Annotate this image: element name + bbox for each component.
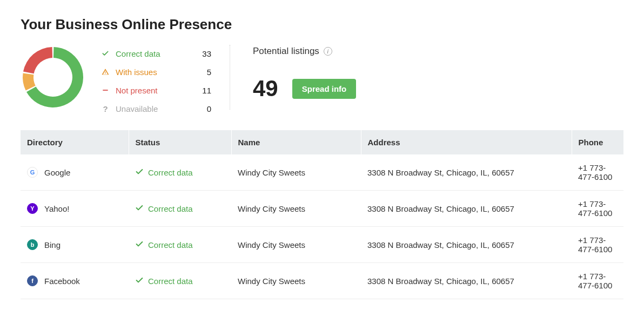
table-row[interactable]: b Bing Correct data Windy City Sweets330… bbox=[21, 227, 623, 263]
warning-icon bbox=[100, 68, 110, 76]
directory-cell: Y Yahoo! bbox=[27, 203, 122, 214]
legend-notpresent-count: 11 bbox=[202, 86, 211, 95]
directory-name: Yahoo! bbox=[44, 204, 69, 213]
status-text: Correct data bbox=[148, 277, 193, 286]
directory-logo-icon: f bbox=[27, 275, 38, 286]
status-cell: Correct data bbox=[135, 276, 225, 286]
listings-table: Directory Status Name Address Phone G Go… bbox=[21, 130, 623, 310]
name-cell: Windy City Sweets bbox=[231, 191, 361, 227]
status-text: Correct data bbox=[148, 168, 193, 177]
phone-cell: +1 773-477-6100 bbox=[572, 263, 623, 299]
address-cell: 3308 N Broadway St, Chicago, IL, 60657 bbox=[361, 154, 572, 191]
table-header-row: Directory Status Name Address Phone bbox=[21, 130, 623, 154]
directory-name: Bing bbox=[44, 240, 61, 250]
status-legend: Correct data 33 With issues 5 Not presen… bbox=[100, 45, 211, 115]
spread-info-button[interactable]: Spread info bbox=[292, 79, 357, 99]
phone-cell: +1 773-477-6100 bbox=[572, 191, 623, 227]
directory-name: Google bbox=[44, 168, 70, 177]
legend-correct-count: 33 bbox=[202, 49, 211, 58]
question-icon: ? bbox=[100, 104, 110, 113]
table-row[interactable]: G Google Correct data Windy City Sweets3… bbox=[21, 154, 623, 191]
status-cell: Correct data bbox=[135, 240, 225, 250]
col-address: Address bbox=[361, 130, 572, 154]
legend-notpresent-label: Not present bbox=[116, 86, 197, 95]
phone-cell: +1 773-477-6100 bbox=[572, 299, 623, 311]
directory-cell: f Facebook bbox=[27, 275, 122, 286]
legend-unavailable-label: Unavailable bbox=[116, 104, 197, 113]
directory-cell: b Bing bbox=[27, 239, 122, 250]
check-icon bbox=[135, 204, 144, 214]
potential-listings-label-text: Potential listings bbox=[253, 46, 319, 57]
legend-issues-label: With issues bbox=[116, 68, 197, 77]
col-phone: Phone bbox=[572, 130, 623, 154]
vertical-divider bbox=[230, 45, 230, 110]
directory-logo-icon: b bbox=[27, 239, 38, 250]
donut-slice bbox=[23, 73, 36, 91]
status-cell: Correct data bbox=[135, 167, 225, 178]
phone-cell: +1 773-477-6100 bbox=[572, 227, 623, 263]
summary-panel: Correct data 33 With issues 5 Not presen… bbox=[21, 45, 623, 115]
status-text: Correct data bbox=[148, 204, 193, 213]
table-row[interactable]: f Facebook Correct data Windy City Sweet… bbox=[21, 263, 623, 299]
address-cell: 3308 N Broadway St, Chicago, IL, 60657 bbox=[361, 227, 572, 263]
directory-name: Facebook bbox=[44, 277, 80, 286]
check-icon bbox=[135, 240, 144, 250]
legend-issues-count: 5 bbox=[202, 68, 211, 77]
col-status: Status bbox=[129, 130, 231, 154]
directory-logo-icon: G bbox=[27, 167, 38, 178]
page-title: Your Business Online Presence bbox=[21, 16, 623, 33]
directory-cell: G Google bbox=[27, 167, 122, 178]
address-cell: 3308 N Broadway St, Chicago, IL, 60657 bbox=[361, 191, 572, 227]
status-text: Correct data bbox=[148, 240, 193, 250]
legend-correct-label: Correct data bbox=[116, 49, 197, 58]
table-row[interactable]: Y Yahoo! Correct data Windy City Sweets3… bbox=[21, 191, 623, 227]
potential-listings-panel: Potential listings i 49 Spread info bbox=[253, 45, 356, 100]
status-donut-chart bbox=[21, 45, 85, 110]
col-name: Name bbox=[231, 130, 361, 154]
potential-listings-value: 49 bbox=[253, 77, 278, 100]
address-cell: 3308 N Broadway St, Chicago, IL, 60657 bbox=[361, 299, 572, 311]
phone-cell: +1 773-477-6100 bbox=[572, 154, 623, 191]
directory-logo-icon: Y bbox=[27, 203, 38, 214]
potential-listings-label: Potential listings i bbox=[253, 46, 356, 57]
check-icon bbox=[135, 276, 144, 286]
name-cell: Windy City Sweets bbox=[231, 299, 361, 311]
check-icon bbox=[100, 50, 110, 57]
check-icon bbox=[135, 167, 144, 178]
name-cell: Windy City Sweets bbox=[231, 154, 361, 191]
col-directory: Directory bbox=[21, 130, 129, 154]
info-icon[interactable]: i bbox=[324, 47, 332, 56]
status-cell: Correct data bbox=[135, 204, 225, 214]
donut-slice bbox=[23, 47, 52, 73]
svg-rect-0 bbox=[103, 90, 108, 91]
table-row[interactable]: F Foursquare Correct data Windy City Swe… bbox=[21, 299, 623, 311]
legend-unavailable-count: 0 bbox=[202, 104, 211, 113]
name-cell: Windy City Sweets bbox=[231, 263, 361, 299]
address-cell: 3308 N Broadway St, Chicago, IL, 60657 bbox=[361, 263, 572, 299]
minus-icon bbox=[100, 86, 110, 94]
name-cell: Windy City Sweets bbox=[231, 227, 361, 263]
